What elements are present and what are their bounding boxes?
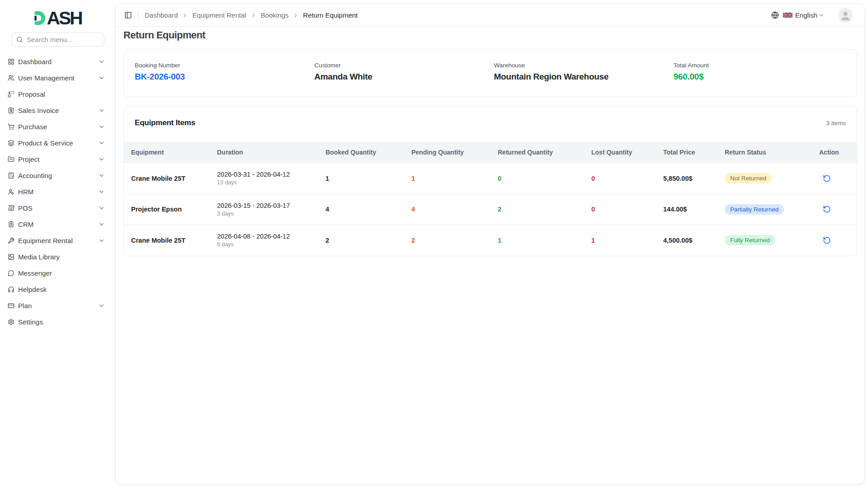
- svg-text:ASH: ASH: [47, 11, 82, 26]
